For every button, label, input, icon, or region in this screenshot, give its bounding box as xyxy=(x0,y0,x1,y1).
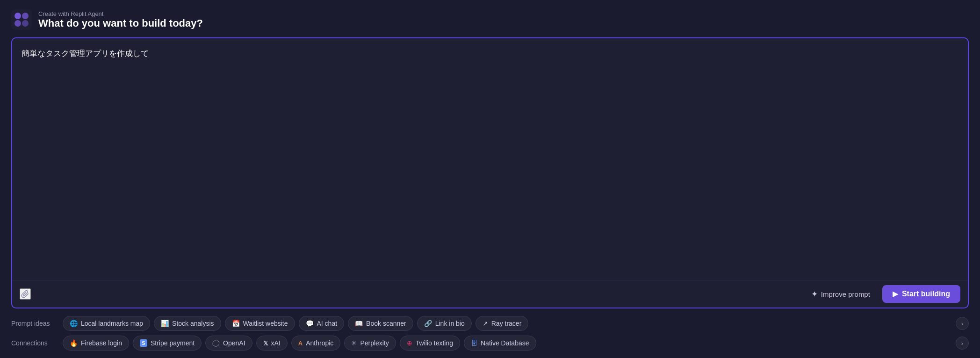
calendar-icon: 📅 xyxy=(232,320,240,327)
start-building-label: Start building xyxy=(902,290,950,298)
chip-openai-label: OpenAI xyxy=(223,339,245,347)
header-title: What do you want to build today? xyxy=(38,17,203,29)
connections-label: Connections xyxy=(11,339,58,347)
chip-ray-tracer-label: Ray tracer xyxy=(491,320,522,327)
chip-stock-analysis-label: Stock analysis xyxy=(172,320,214,327)
chip-twilio-label: Twilio texting xyxy=(416,339,453,347)
chip-stripe[interactable]: S Stripe payment xyxy=(133,336,202,351)
arrow-up-right-icon: ↗ xyxy=(483,320,488,327)
header-subtitle: Create with Replit Agent xyxy=(38,10,203,17)
chip-waitlist-website-label: Waitlist website xyxy=(243,320,288,327)
svg-rect-0 xyxy=(11,9,32,30)
chip-firebase-label: Firebase login xyxy=(81,339,122,347)
connections-chevron[interactable]: › xyxy=(956,337,969,350)
chip-link-in-bio-label: Link in bio xyxy=(435,320,465,327)
bottom-section: Prompt ideas 🌐 Local landmarks map 📊 Sto… xyxy=(11,316,969,351)
textarea-wrapper: ✦ Improve prompt ▶ Start building xyxy=(11,37,969,308)
attach-button[interactable] xyxy=(20,288,31,300)
stripe-icon: S xyxy=(140,339,147,347)
chip-stripe-label: Stripe payment xyxy=(151,339,195,347)
perplexity-icon: ✳ xyxy=(351,339,357,347)
header: Create with Replit Agent What do you wan… xyxy=(11,9,969,30)
svg-point-2 xyxy=(22,13,29,19)
chip-ai-chat-label: AI chat xyxy=(317,320,338,327)
chip-waitlist-website[interactable]: 📅 Waitlist website xyxy=(225,316,295,331)
chip-native-database-label: Native Database xyxy=(481,339,529,347)
database-icon: 🗄 xyxy=(471,339,477,347)
improve-prompt-label: Improve prompt xyxy=(821,290,870,298)
chip-local-landmarks-label: Local landmarks map xyxy=(81,320,143,327)
chip-native-database[interactable]: 🗄 Native Database xyxy=(464,336,536,351)
chip-ray-tracer[interactable]: ↗ Ray tracer xyxy=(476,316,529,331)
replit-logo xyxy=(11,9,32,30)
chart-icon: 📊 xyxy=(161,320,169,327)
firebase-icon: 🔥 xyxy=(70,339,78,347)
prompt-ideas-row: Prompt ideas 🌐 Local landmarks map 📊 Sto… xyxy=(11,316,969,331)
connections-row: Connections 🔥 Firebase login S Stripe pa… xyxy=(11,336,969,351)
svg-point-1 xyxy=(14,13,21,19)
prompt-ideas-chips: 🌐 Local landmarks map 📊 Stock analysis 📅… xyxy=(63,316,951,331)
chip-book-scanner-label: Book scanner xyxy=(366,320,406,327)
chip-anthropic-label: Anthropic xyxy=(306,339,333,347)
chip-openai[interactable]: OpenAI xyxy=(205,336,252,351)
connections-chips: 🔥 Firebase login S Stripe payment OpenAI… xyxy=(63,336,951,351)
main-input[interactable] xyxy=(12,38,968,280)
twilio-icon: ⊕ xyxy=(407,339,412,347)
prompt-ideas-chevron[interactable]: › xyxy=(956,317,969,330)
globe-icon: 🌐 xyxy=(70,320,78,327)
svg-point-4 xyxy=(22,20,29,27)
chip-firebase[interactable]: 🔥 Firebase login xyxy=(63,336,129,351)
sparkle-icon: ✦ xyxy=(811,289,818,299)
chat-icon: 💬 xyxy=(306,320,314,327)
svg-point-3 xyxy=(14,20,21,27)
xai-icon: 𝕏 xyxy=(263,340,268,347)
chip-ai-chat[interactable]: 💬 AI chat xyxy=(299,316,345,331)
header-text: Create with Replit Agent What do you wan… xyxy=(38,10,203,29)
chip-xai[interactable]: 𝕏 xAI xyxy=(256,336,288,351)
footer-buttons: ✦ Improve prompt ▶ Start building xyxy=(805,285,960,303)
chip-anthropic[interactable]: A Anthropic xyxy=(291,336,341,351)
chip-book-scanner[interactable]: 📖 Book scanner xyxy=(348,316,413,331)
prompt-ideas-label: Prompt ideas xyxy=(11,320,58,327)
book-icon: 📖 xyxy=(355,320,363,327)
arrow-icon: ▶ xyxy=(893,290,898,298)
textarea-footer: ✦ Improve prompt ▶ Start building xyxy=(12,280,968,308)
improve-prompt-button[interactable]: ✦ Improve prompt xyxy=(805,286,877,303)
chip-local-landmarks[interactable]: 🌐 Local landmarks map xyxy=(63,316,150,331)
anthropic-icon: A xyxy=(298,340,303,347)
chip-perplexity[interactable]: ✳ Perplexity xyxy=(344,336,396,351)
link-icon: 🔗 xyxy=(424,320,432,327)
chip-xai-label: xAI xyxy=(271,339,281,347)
chip-stock-analysis[interactable]: 📊 Stock analysis xyxy=(154,316,221,331)
start-building-button[interactable]: ▶ Start building xyxy=(882,285,960,303)
chip-twilio[interactable]: ⊕ Twilio texting xyxy=(400,336,460,351)
openai-icon xyxy=(212,339,220,347)
chip-perplexity-label: Perplexity xyxy=(360,339,389,347)
chip-link-in-bio[interactable]: 🔗 Link in bio xyxy=(417,316,472,331)
